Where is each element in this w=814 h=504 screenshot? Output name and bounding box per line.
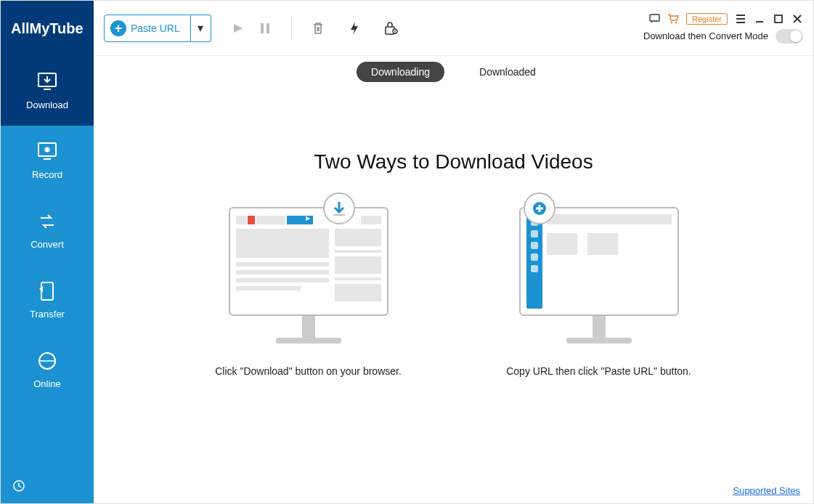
register-button[interactable]: Register <box>686 13 728 25</box>
mode-toggle[interactable] <box>776 29 803 44</box>
tabs: Downloading Downloaded <box>357 62 550 82</box>
download-badge-icon <box>323 192 355 224</box>
close-button[interactable] <box>791 13 803 25</box>
sidebar: AllMyTube Download Record Convert <box>1 1 94 503</box>
record-icon <box>34 142 60 162</box>
svg-rect-8 <box>261 23 264 33</box>
tabs-row: Downloading Downloaded <box>94 56 813 85</box>
pause-button[interactable] <box>255 18 275 38</box>
play-button[interactable] <box>227 18 248 38</box>
window-controls-row: … Register <box>648 13 803 25</box>
toolbar-left: + Paste URL ▾ <box>104 15 401 42</box>
plus-icon: + <box>110 20 126 36</box>
card-browser-download: Click "Download" button on your browser. <box>203 207 414 379</box>
maximize-button[interactable] <box>773 13 784 25</box>
card-caption: Copy URL then click "Paste URL" button. <box>506 364 691 379</box>
menu-icon[interactable] <box>735 13 746 25</box>
main-area: + Paste URL ▾ <box>94 1 813 503</box>
svg-rect-17 <box>775 15 782 23</box>
svg-rect-1 <box>44 89 51 90</box>
card-caption: Click "Download" button on your browser. <box>215 364 402 379</box>
feedback-icon[interactable]: … <box>648 13 660 25</box>
svg-point-15 <box>671 21 672 23</box>
paste-url-dropdown[interactable]: ▾ <box>191 15 211 42</box>
svg-point-16 <box>675 21 677 23</box>
topbar-right: … Register <box>643 13 803 44</box>
svg-rect-4 <box>44 158 51 160</box>
sidebar-item-download[interactable]: Download <box>1 56 94 126</box>
sidebar-item-label: Download <box>26 99 68 110</box>
paste-url-group: + Paste URL ▾ <box>104 15 211 42</box>
monitor-illustration <box>519 207 679 344</box>
transfer-icon <box>34 281 60 301</box>
app-window: AllMyTube Download Record Convert <box>0 0 814 504</box>
sidebar-item-label: Transfer <box>30 309 65 320</box>
trash-button[interactable] <box>308 18 328 38</box>
tab-downloaded[interactable]: Downloaded <box>465 62 550 82</box>
paste-url-label: Paste URL <box>131 23 180 34</box>
card-paste-url: Copy URL then click "Paste URL" button. <box>494 207 704 379</box>
cart-icon[interactable] <box>667 13 679 25</box>
monitor-illustration <box>229 207 388 344</box>
sidebar-item-online[interactable]: Online <box>1 335 94 405</box>
plus-badge-icon <box>524 192 555 224</box>
toolbar-separator <box>291 18 292 38</box>
supported-sites-link[interactable]: Supported Sites <box>733 485 800 496</box>
sidebar-footer <box>1 471 94 503</box>
topbar: + Paste URL ▾ <box>94 1 813 56</box>
svg-rect-5 <box>41 283 53 300</box>
sidebar-item-convert[interactable]: Convert <box>1 195 94 265</box>
turbo-button[interactable] <box>344 18 365 38</box>
sidebar-item-label: Convert <box>30 239 64 250</box>
svg-rect-9 <box>266 23 269 33</box>
chevron-down-icon: ▾ <box>198 21 203 35</box>
clock-icon[interactable] <box>12 479 25 495</box>
headline: Two Ways to Download Videos <box>314 150 593 174</box>
sidebar-item-label: Online <box>33 378 61 389</box>
sidebar-nav: Download Record Convert Transfer <box>1 56 94 471</box>
tab-downloading[interactable]: Downloading <box>357 62 444 82</box>
mode-label: Download then Convert Mode <box>643 31 768 41</box>
content: Two Ways to Download Videos <box>94 85 813 503</box>
svg-text:…: … <box>652 16 656 20</box>
cards: Click "Download" button on your browser. <box>203 207 704 379</box>
sidebar-item-transfer[interactable]: Transfer <box>1 265 94 335</box>
sidebar-item-label: Record <box>32 169 62 180</box>
privacy-button[interactable] <box>380 18 401 38</box>
convert-icon <box>34 211 60 232</box>
mode-row: Download then Convert Mode <box>643 29 803 44</box>
online-icon <box>34 351 60 371</box>
sidebar-item-record[interactable]: Record <box>1 126 94 195</box>
svg-point-3 <box>45 147 50 152</box>
minimize-button[interactable] <box>754 13 765 25</box>
svg-point-12 <box>394 31 396 32</box>
download-icon <box>34 72 60 92</box>
paste-url-button[interactable]: + Paste URL <box>104 15 191 42</box>
app-logo: AllMyTube <box>1 1 94 56</box>
